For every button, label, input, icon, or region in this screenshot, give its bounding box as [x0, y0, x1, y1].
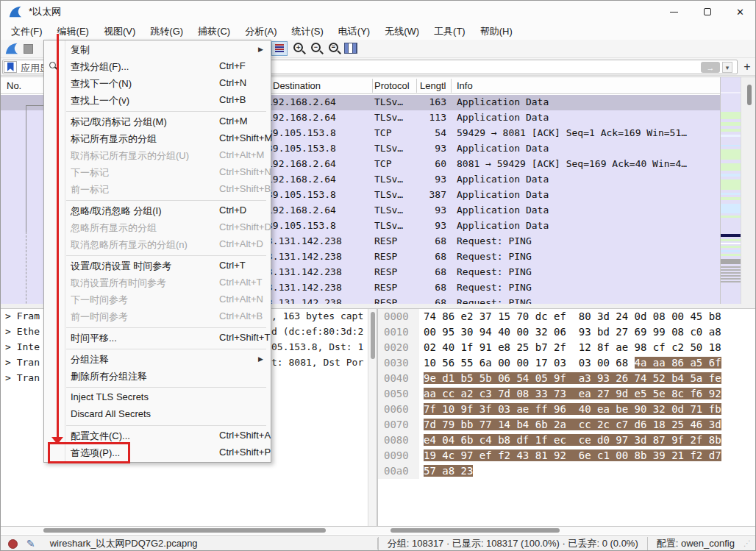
- menu-item-7[interactable]: 标记所有显示的分组Ctrl+Shift+M: [44, 130, 271, 147]
- menu-item-9[interactable]: 下一标记Ctrl+Shift+N: [44, 164, 271, 181]
- menu-item-4[interactable]: 查找上一个(v)Ctrl+B: [44, 92, 271, 109]
- menubar-item-3[interactable]: 视图(V): [96, 24, 143, 40]
- menu-item-17[interactable]: 取消设置所有时间参考Ctrl+Alt+T: [44, 274, 271, 291]
- hex-row[interactable]: 0050aa cc a2 c3 7d 08 33 73 ea 27 9d e5 …: [378, 386, 756, 402]
- close-button[interactable]: ✕: [724, 1, 756, 23]
- zoom-in-icon[interactable]: ＋: [293, 43, 303, 52]
- hex-bytes[interactable]: e4 04 6b c4 b8 df 1f ec ce d0 97 3d 87 9…: [424, 434, 721, 446]
- menu-item-12[interactable]: 忽略/取消忽略 分组(I)Ctrl+D: [44, 202, 271, 219]
- minimize-button[interactable]: [657, 1, 691, 23]
- menu-item-3[interactable]: 查找下一个(N)Ctrl+N: [44, 75, 271, 92]
- hex-bytes[interactable]: 02 40 1f 91 e8 25 b7 2f 12 8f ae 98 cf c…: [424, 341, 721, 353]
- menubar-item-4[interactable]: 跳转(G): [143, 24, 190, 40]
- cell-destination: 39.105.153.8: [267, 127, 336, 138]
- menu-item-24[interactable]: 删除所有分组注释: [44, 368, 271, 385]
- menu-item-8[interactable]: 取消标记所有显示的分组(U)Ctrl+Alt+M: [44, 147, 271, 164]
- hex-row[interactable]: 00707d 79 bb 77 14 b4 6b 2a cc 2c c7 d6 …: [378, 417, 756, 433]
- hex-bytes[interactable]: 57 a8 23: [424, 465, 473, 477]
- hex-row[interactable]: 001000 95 30 94 40 00 32 06 93 bd 27 69 …: [378, 324, 756, 340]
- menu-item-6[interactable]: 标记/取消标记 分组(M)Ctrl+M: [44, 113, 271, 130]
- menubar-item-5[interactable]: 捕获(C): [190, 24, 238, 40]
- expert-info-icon[interactable]: [8, 539, 18, 549]
- hex-bytes[interactable]: aa cc a2 c3 7d 08 33 73 ea 27 9d e5 5e 8…: [424, 388, 721, 399]
- menubar-item-9[interactable]: 无线(W): [377, 24, 427, 40]
- add-filter-button[interactable]: +: [741, 60, 754, 74]
- menu-item-2[interactable]: 查找分组(F)...Ctrl+F: [44, 58, 271, 75]
- hex-bytes-highlighted[interactable]: 19 4c 97 ef f2 43 81 92 6e c1 00 8b 39 2…: [424, 449, 721, 461]
- hex-bytes-highlighted[interactable]: e4 04 6b c4 b8 df 1f ec ce d0 97 3d 87 9…: [424, 434, 721, 446]
- hex-bytes-highlighted[interactable]: 7f 10 9f 3f 03 ae ff 96 40 ea be 90 32 0…: [424, 403, 721, 415]
- menu-item-19[interactable]: 前一时间参考Ctrl+Alt+B: [44, 308, 271, 325]
- minimap-stripe: [721, 254, 741, 256]
- hex-bytes[interactable]: 7d 79 bb 77 14 b4 6b 2a cc 2c c7 d6 18 2…: [424, 419, 721, 430]
- menu-item-shortcut: Ctrl+N: [219, 77, 246, 88]
- zoom-out-icon[interactable]: −: [311, 43, 321, 52]
- hex-bytes[interactable]: 9e d1 b5 5b 06 54 05 9f a3 93 26 74 52 b…: [424, 372, 721, 384]
- menu-item-27[interactable]: Discard All Secrets: [44, 406, 271, 423]
- minimap-stripe: [721, 275, 741, 277]
- packet-list-scrollbar[interactable]: [741, 77, 756, 304]
- intelligent-scrollbar-minimap[interactable]: [720, 77, 741, 304]
- wireshark-fin-icon[interactable]: [4, 42, 19, 55]
- hex-row[interactable]: 00a057 a8 23: [378, 463, 756, 479]
- stop-capture-icon[interactable]: [24, 44, 33, 54]
- scrollbar-thumb[interactable]: [747, 85, 752, 105]
- maximize-button[interactable]: [691, 1, 724, 23]
- bytes-hscrollbar[interactable]: [377, 527, 756, 534]
- menu-item-shortcut: Ctrl+T: [219, 260, 246, 271]
- menu-item-18[interactable]: 下一时间参考Ctrl+Alt+N: [44, 291, 271, 308]
- scrollbar-thumb[interactable]: [43, 528, 326, 533]
- scrollbar-thumb[interactable]: [391, 528, 560, 533]
- menu-item-1[interactable]: 复制▶: [44, 41, 271, 58]
- filter-dropdown-caret[interactable]: ▾: [722, 62, 732, 73]
- hex-row[interactable]: 0080e4 04 6b c4 b8 df 1f ec ce d0 97 3d …: [378, 433, 756, 448]
- menu-item-16[interactable]: 设置/取消设置 时间参考Ctrl+T: [44, 257, 271, 274]
- hex-offset: 0070: [378, 417, 419, 433]
- menubar-item-1[interactable]: 文件(F): [4, 24, 50, 40]
- hex-bytes-highlighted[interactable]: aa cc a2 c3 7d 08 33 73 ea 27 9d e5 5e 8…: [424, 388, 721, 399]
- menubar-item-11[interactable]: 帮助(H): [473, 24, 520, 40]
- hex-row[interactable]: 00409e d1 b5 5b 06 54 05 9f a3 93 26 74 …: [378, 371, 756, 386]
- filter-bookmark-button[interactable]: [4, 61, 17, 73]
- hex-bytes-highlighted[interactable]: 57 a8 23: [424, 465, 473, 477]
- hex-offset: 0040: [378, 371, 419, 386]
- column-header-destination[interactable]: Destination: [273, 80, 321, 91]
- hex-row[interactable]: 003010 56 55 6a 00 00 17 03 03 00 68 4a …: [378, 355, 756, 371]
- zoom-reset-icon[interactable]: =: [329, 43, 338, 52]
- menu-item-21[interactable]: 时间平移...Ctrl+Shift+T: [44, 330, 271, 346]
- hex-bytes[interactable]: 7f 10 9f 3f 03 ae ff 96 40 ea be 90 32 0…: [424, 403, 721, 415]
- hex-row[interactable]: 000074 86 e2 37 15 70 dc ef 80 3d 24 0d …: [378, 309, 756, 324]
- hex-row[interactable]: 00607f 10 9f 3f 03 ae ff 96 40 ea be 90 …: [378, 402, 756, 417]
- cell-info: 8081 → 59429 [ACK] Seq=169 Ack=40 Win=4…: [457, 158, 687, 169]
- menu-item-13[interactable]: 忽略所有显示的分组Ctrl+Shift+D: [44, 219, 271, 236]
- hex-bytes-highlighted[interactable]: 4a aa 86 a5 6f: [635, 357, 721, 369]
- hex-bytes[interactable]: 74 86 e2 37 15 70 dc ef 80 3d 24 0d 08 0…: [424, 310, 721, 322]
- capture-comment-icon[interactable]: ✎: [26, 538, 35, 550]
- resize-grip[interactable]: ⋰: [743, 538, 752, 549]
- details-hscrollbar[interactable]: [1, 527, 377, 534]
- resize-columns-icon[interactable]: [344, 43, 357, 54]
- column-header-protocol[interactable]: Protocol: [374, 80, 410, 91]
- menu-item-shortcut: Ctrl+Alt+D: [219, 238, 263, 249]
- menubar-item-10[interactable]: 工具(T): [427, 24, 473, 40]
- menu-item-14[interactable]: 取消忽略所有显示的分组(n)Ctrl+Alt+D: [44, 236, 271, 253]
- menubar-item-7[interactable]: 统计(S): [284, 24, 330, 40]
- menu-item-10[interactable]: 前一标记Ctrl+Shift+B: [44, 181, 271, 198]
- profile-name[interactable]: 配置: owen_config: [647, 537, 743, 550]
- menu-item-26[interactable]: Inject TLS Secrets: [44, 389, 271, 406]
- hex-bytes-highlighted[interactable]: 7d 79 bb 77 14 b4 6b 2a cc 2c c7 d6 18 2…: [424, 419, 721, 430]
- menubar-item-6[interactable]: 分析(A): [238, 24, 284, 40]
- menu-item-23[interactable]: 分组注释▶: [44, 351, 271, 368]
- column-header-info[interactable]: Info: [457, 80, 473, 91]
- hex-bytes[interactable]: 00 95 30 94 40 00 32 06 93 bd 27 69 99 0…: [424, 326, 721, 338]
- hex-row[interactable]: 009019 4c 97 ef f2 43 81 92 6e c1 00 8b …: [378, 448, 756, 463]
- colorize-icon[interactable]: [271, 41, 288, 56]
- hex-bytes[interactable]: 19 4c 97 ef f2 43 81 92 6e c1 00 8b 39 2…: [424, 449, 721, 461]
- column-header-no[interactable]: No.: [7, 80, 21, 91]
- column-header-lengtl[interactable]: Lengtl: [420, 80, 446, 91]
- hex-bytes-highlighted[interactable]: 9e d1 b5 5b 06 54 05 9f a3 93 26 74 52 b…: [424, 372, 721, 384]
- hex-row[interactable]: 002002 40 1f 91 e8 25 b7 2f 12 8f ae 98 …: [378, 340, 756, 355]
- apply-filter-button[interactable]: →: [701, 62, 720, 73]
- menubar-item-8[interactable]: 电话(Y): [331, 24, 377, 40]
- hex-bytes[interactable]: 10 56 55 6a 00 00 17 03 03 00 68 4a aa 8…: [424, 357, 721, 369]
